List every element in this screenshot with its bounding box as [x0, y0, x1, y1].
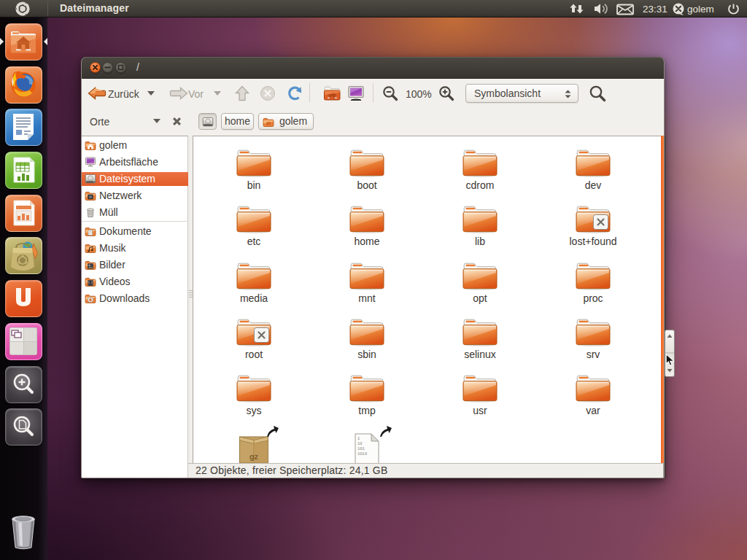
- svg-text:23:31: 23:31: [643, 4, 667, 15]
- svg-text:101: 101: [357, 446, 365, 451]
- svg-text:golem: golem: [687, 4, 714, 15]
- svg-text:1010: 1010: [357, 451, 367, 456]
- svg-text:gz: gz: [249, 452, 259, 461]
- svg-text:10: 10: [357, 441, 363, 446]
